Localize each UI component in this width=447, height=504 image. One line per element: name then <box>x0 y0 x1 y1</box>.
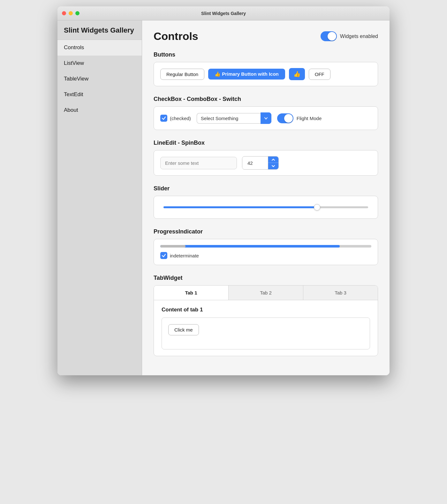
flight-mode-toggle[interactable] <box>277 113 293 123</box>
lineedit-row <box>160 156 371 170</box>
progress-fill <box>160 245 340 248</box>
tab-widget: Tab 1 Tab 2 Tab 3 Content of tab 1 Click… <box>154 285 378 356</box>
slider-section: Slider <box>154 185 378 219</box>
buttons-section-box: Regular Button 👍 Primary Button with Ico… <box>154 62 378 86</box>
sidebar-item-listview[interactable]: ListView <box>57 56 142 71</box>
spinbox-wrapper <box>242 156 279 170</box>
widgets-enabled-toggle[interactable] <box>321 31 337 41</box>
chevron-up-icon <box>272 158 275 161</box>
chevron-down-icon <box>264 116 268 120</box>
indeterminate-label: indeterminate <box>170 253 199 258</box>
page-header: Controls Widgets enabled <box>154 30 378 42</box>
content-area: Controls Widgets enabled Buttons Regular… <box>142 20 390 375</box>
toggle-knob <box>328 32 336 41</box>
buttons-section-title: Buttons <box>154 51 378 58</box>
tab-2-button[interactable]: Tab 2 <box>229 286 303 300</box>
spinbox-buttons <box>268 157 278 169</box>
flight-mode-toggle-knob <box>284 114 293 123</box>
window-title: Slint Widgets Gallery <box>201 11 246 16</box>
tabwidget-section-title: TabWidget <box>154 275 378 281</box>
app-window: Slint Widgets Gallery Slint Widgets Gall… <box>57 6 390 375</box>
checkbox-label: (checked) <box>170 116 191 121</box>
sidebar-item-about[interactable]: About <box>57 103 142 118</box>
sidebar-item-controls[interactable]: Controls <box>57 40 142 56</box>
lineedit-input[interactable] <box>160 157 237 169</box>
icon-only-button[interactable]: 👍 <box>289 68 305 80</box>
regular-button[interactable]: Regular Button <box>160 69 204 80</box>
tab-content-title: Content of tab 1 <box>162 307 370 313</box>
tab-header: Tab 1 Tab 2 Tab 3 <box>154 286 378 300</box>
checkmark-icon <box>162 116 166 120</box>
page-title: Controls <box>154 30 198 42</box>
checkbox-combobox-section: CheckBox - ComboBox - Switch (checked) <box>154 96 378 130</box>
buttons-section: Buttons Regular Button 👍 Primary Button … <box>154 51 378 86</box>
minimize-button[interactable] <box>69 11 73 15</box>
tabwidget-section: TabWidget Tab 1 Tab 2 Tab 3 Content of t… <box>154 275 378 356</box>
spinbox-input[interactable] <box>242 157 268 169</box>
slider-fill <box>163 206 317 208</box>
lineedit-section-box <box>154 150 378 176</box>
sidebar-item-textedit[interactable]: TextEdit <box>57 87 142 103</box>
checkbox[interactable] <box>160 115 167 122</box>
checkbox-item: (checked) <box>160 115 191 122</box>
maximize-button[interactable] <box>75 11 80 15</box>
tab-content: Content of tab 1 Click me <box>154 300 378 356</box>
main-layout: Slint Widgets Gallery Controls ListView … <box>57 20 390 375</box>
slider-container <box>160 202 371 213</box>
sidebar-item-tableview[interactable]: TableView <box>57 71 142 87</box>
slider-thumb[interactable] <box>314 204 320 210</box>
progress-section-box: indeterminate <box>154 239 378 265</box>
progress-container: indeterminate <box>160 245 371 259</box>
chevron-down-icon <box>272 165 275 167</box>
checkbox-section-title: CheckBox - ComboBox - Switch <box>154 96 378 103</box>
primary-button[interactable]: 👍 Primary Button with Icon <box>208 69 285 80</box>
combobox-wrapper <box>197 112 271 124</box>
combobox-arrow-button[interactable] <box>261 112 271 124</box>
slider-section-title: Slider <box>154 185 378 192</box>
spinbox-up-button[interactable] <box>268 157 278 163</box>
progress-indeterminate-segment <box>160 245 186 248</box>
slider-section-box <box>154 196 378 219</box>
progress-section-title: ProgressIndicator <box>154 228 378 235</box>
checkbox-section-box: (checked) <box>154 106 378 130</box>
flight-mode-row: Flight Mode <box>277 113 322 123</box>
tab-3-button[interactable]: Tab 3 <box>303 286 378 300</box>
toggle-off-button[interactable]: OFF <box>309 69 330 80</box>
lineedit-section: LineEdit - SpinBox <box>154 140 378 176</box>
buttons-row: Regular Button 👍 Primary Button with Ico… <box>160 68 371 80</box>
close-button[interactable] <box>62 11 66 15</box>
spinbox-down-button[interactable] <box>268 163 278 169</box>
flight-mode-label: Flight Mode <box>297 116 322 121</box>
tab-inner-box: Click me <box>162 317 370 349</box>
lineedit-section-title: LineEdit - SpinBox <box>154 140 378 146</box>
slider-track[interactable] <box>163 206 368 208</box>
titlebar-buttons <box>62 11 80 15</box>
checkbox-row: (checked) <box>160 112 371 124</box>
sidebar: Slint Widgets Gallery Controls ListView … <box>57 20 142 375</box>
sidebar-header: Slint Widgets Gallery <box>57 20 142 40</box>
titlebar: Slint Widgets Gallery <box>57 6 390 20</box>
indeterminate-checkbox-row: indeterminate <box>160 252 371 259</box>
progress-section: ProgressIndicator <box>154 228 378 265</box>
checkmark-icon <box>162 253 166 258</box>
combobox-input[interactable] <box>197 113 261 124</box>
widgets-enabled-row: Widgets enabled <box>321 31 378 41</box>
click-me-button[interactable]: Click me <box>168 324 199 335</box>
indeterminate-checkbox[interactable] <box>160 252 167 259</box>
widgets-enabled-label: Widgets enabled <box>340 34 378 39</box>
tab-1-button[interactable]: Tab 1 <box>154 286 229 300</box>
progress-track <box>160 245 371 248</box>
